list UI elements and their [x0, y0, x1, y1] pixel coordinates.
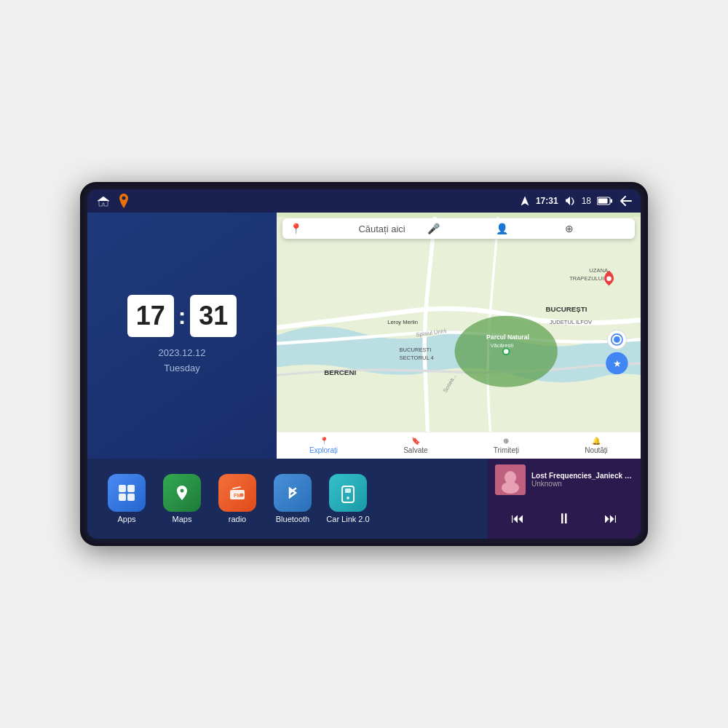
- news-icon: 🔔: [592, 437, 601, 445]
- saved-label: Salvate: [403, 446, 427, 454]
- map-saved-tab[interactable]: 🔖 Salvate: [403, 437, 427, 454]
- svg-text:SECTORUL 4: SECTORUL 4: [399, 355, 433, 361]
- clock-hours: 17: [127, 295, 174, 337]
- svg-rect-29: [127, 494, 135, 501]
- svg-text:Leroy Merlin: Leroy Merlin: [387, 319, 418, 325]
- map-explore-tab[interactable]: 📍 Explorați: [309, 437, 338, 454]
- svg-point-9: [504, 349, 509, 354]
- account-icon[interactable]: 👤: [496, 223, 558, 234]
- clock-colon: :: [178, 303, 186, 330]
- share-label: Trimiteți: [494, 446, 519, 454]
- car-screen-device: 17:31 18: [80, 182, 648, 546]
- music-details: Lost Frequencies_Janieck Devy-... Unknow…: [531, 472, 633, 488]
- svg-text:JUDEȚUL ILFOV: JUDEȚUL ILFOV: [550, 319, 593, 325]
- music-controls: ⏮ ⏸ ⏭: [495, 505, 633, 533]
- music-title: Lost Frequencies_Janieck Devy-...: [531, 472, 633, 480]
- clock-display: 17 : 31: [127, 295, 237, 337]
- status-right-icons: 17:31 18: [520, 196, 632, 206]
- svg-text:BUCUREȘTI: BUCUREȘTI: [399, 347, 431, 353]
- svg-text:Văcărești: Văcărești: [490, 342, 513, 349]
- top-row: 17 : 31 2023.12.12 Tuesday: [87, 213, 641, 459]
- apps-label: Apps: [117, 515, 135, 523]
- apps-music-row: Apps Maps: [87, 459, 641, 539]
- music-artist: Unknown: [531, 480, 633, 488]
- svg-rect-27: [127, 485, 135, 492]
- maps-label: Maps: [173, 515, 192, 523]
- svg-rect-26: [119, 485, 126, 492]
- svg-text:UZANA: UZANA: [589, 267, 609, 274]
- music-info: Lost Frequencies_Janieck Devy-... Unknow…: [495, 464, 633, 495]
- svg-text:★: ★: [613, 358, 622, 369]
- map-bottom-bar: 📍 Explorați 🔖 Salvate ⊕ Trimiteți 🔔: [277, 432, 641, 459]
- day-value: Tuesday: [158, 361, 205, 376]
- main-content: 17 : 31 2023.12.12 Tuesday: [87, 213, 641, 539]
- map-panel[interactable]: Parcul Natural Văcărești BUCUREȘTI JUDEȚ…: [277, 213, 641, 459]
- clock-panel: 17 : 31 2023.12.12 Tuesday: [87, 213, 277, 459]
- apps-icon: [108, 474, 146, 512]
- battery-icon: [597, 197, 613, 205]
- app-item-apps[interactable]: Apps: [102, 474, 151, 523]
- explore-label: Explorați: [309, 446, 338, 454]
- svg-rect-28: [119, 494, 126, 501]
- next-button[interactable]: ⏭: [598, 508, 623, 529]
- app-item-carlink[interactable]: Car Link 2.0: [323, 474, 373, 523]
- svg-point-38: [502, 482, 519, 494]
- mic-icon[interactable]: 🎤: [427, 223, 490, 234]
- svg-rect-2: [598, 199, 608, 204]
- signal-level: 18: [582, 196, 591, 206]
- home-icon[interactable]: [96, 195, 111, 207]
- map-news-tab[interactable]: 🔔 Noutăți: [585, 437, 608, 454]
- svg-point-23: [606, 276, 612, 281]
- status-bar: 17:31 18: [87, 189, 641, 213]
- svg-text:TRAPEZULUI: TRAPEZULUI: [569, 275, 604, 282]
- gps-icon: [520, 196, 530, 206]
- play-pause-button[interactable]: ⏸: [551, 507, 577, 530]
- clock-minutes: 31: [190, 295, 237, 337]
- maps-icon: [163, 474, 201, 512]
- music-player: Lost Frequencies_Janieck Devy-... Unknow…: [488, 459, 641, 539]
- screen: 17:31 18: [87, 189, 641, 539]
- map-svg: Parcul Natural Văcărești BUCUREȘTI JUDEȚ…: [277, 213, 641, 459]
- news-label: Noutăți: [585, 446, 608, 454]
- map-share-tab[interactable]: ⊕ Trimiteți: [494, 437, 519, 454]
- time-display: 17:31: [536, 196, 558, 206]
- svg-marker-0: [521, 197, 529, 205]
- radio-icon: FM: [218, 474, 256, 512]
- app-item-maps[interactable]: Maps: [157, 474, 207, 523]
- svg-text:Parcul Natural: Parcul Natural: [486, 333, 529, 341]
- map-search-bar[interactable]: 📍 Căutați aici 🎤 👤 ⊕: [282, 218, 635, 239]
- svg-point-35: [347, 496, 349, 499]
- back-icon[interactable]: [619, 196, 632, 206]
- search-text: Căutați aici: [358, 223, 421, 234]
- date-display: 2023.12.12 Tuesday: [158, 346, 205, 376]
- saved-icon: 🔖: [411, 437, 420, 445]
- svg-point-32: [240, 494, 244, 497]
- app-item-radio[interactable]: FM radio: [213, 474, 262, 523]
- svg-text:BUCUREȘTI: BUCUREȘTI: [546, 305, 587, 313]
- layers-icon[interactable]: ⊕: [565, 223, 628, 234]
- map-pin-icon[interactable]: [118, 194, 130, 208]
- map-pin-search-icon: 📍: [290, 223, 352, 234]
- svg-rect-3: [611, 199, 613, 203]
- explore-icon: 📍: [320, 437, 328, 445]
- carlink-icon: [329, 474, 367, 512]
- app-item-bluetooth[interactable]: Bluetooth: [268, 474, 317, 523]
- share-icon: ⊕: [503, 437, 509, 445]
- album-art: [495, 464, 526, 495]
- svg-rect-34: [345, 488, 351, 493]
- bluetooth-label: Bluetooth: [276, 515, 309, 523]
- svg-text:BERCENI: BERCENI: [324, 368, 356, 376]
- bluetooth-icon: [274, 474, 312, 512]
- carlink-label: Car Link 2.0: [326, 515, 369, 523]
- apps-section: Apps Maps: [87, 474, 488, 523]
- date-value: 2023.12.12: [158, 346, 205, 361]
- volume-icon[interactable]: [564, 196, 576, 206]
- radio-label: radio: [229, 515, 246, 523]
- svg-point-20: [614, 336, 620, 343]
- prev-button[interactable]: ⏮: [505, 508, 530, 529]
- status-left-icons: [96, 194, 130, 208]
